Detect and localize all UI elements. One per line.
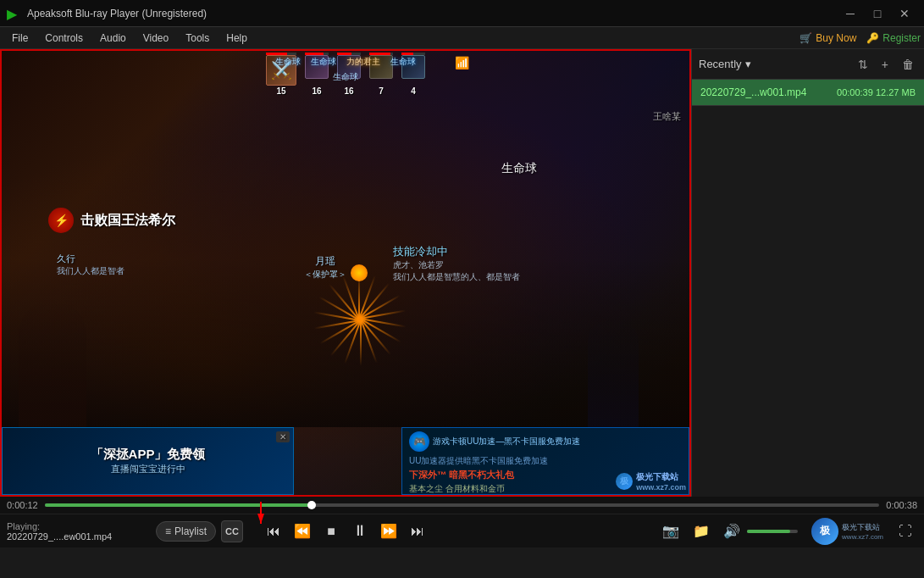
playlist-toggle-button[interactable]: ≡ Playlist — [156, 521, 216, 542]
transport-controls: ⏮ ⏪ ■ ⏸ ⏩ ⏭ — [260, 518, 431, 545]
playlist-item[interactable]: 20220729_...w001.mp4 00:00:39 12.27 MB — [692, 80, 924, 106]
menu-audio[interactable]: Audio — [91, 31, 135, 46]
lifeball-label: 生命球 — [501, 161, 537, 176]
hud-orbs: 生命球 生命球 力的君主 生命球 — [275, 56, 416, 68]
total-time: 0:00:38 — [886, 500, 917, 510]
screenshot-icon: 📷 — [662, 523, 679, 539]
menu-help[interactable]: Help — [218, 31, 256, 46]
fast-forward-button[interactable]: ⏩ — [375, 518, 402, 545]
video-content: ⚔️ 15 16 16 — [2, 51, 689, 495]
app-icon: ▶ — [7, 6, 22, 21]
main-area: ⚔️ 15 16 16 — [0, 49, 924, 497]
subtitle-button[interactable]: CC — [221, 520, 243, 542]
list-icon: ≡ — [165, 525, 171, 537]
window-controls: ─ □ ✕ — [838, 5, 917, 22]
volume-slider[interactable] — [747, 530, 798, 533]
title-text: Apeaksoft Blu-ray Player (Unregistered) — [27, 8, 838, 19]
playlist-item-duration: 00:00:39 12.27 MB — [837, 87, 916, 97]
register-button[interactable]: 🔑 Register — [866, 32, 921, 44]
defeat-text: ⚡ 击败国王法希尔 — [48, 208, 175, 233]
level-15: 15 — [276, 86, 285, 96]
right-controls: 📷 📁 🔊 极 极光下载站 www.xz7.com ⛶ — [659, 518, 917, 545]
add-button[interactable]: + — [878, 56, 892, 73]
close-button[interactable]: ✕ — [892, 5, 917, 22]
playlist-dropdown[interactable]: Recently ▾ — [699, 58, 751, 70]
open-folder-button[interactable]: 📁 — [689, 520, 713, 543]
top-right-label: 王啥某 — [653, 110, 681, 123]
menu-bar: File Controls Audio Video Tools Help 🛒 B… — [0, 27, 924, 49]
volume-icon: 🔊 — [723, 523, 740, 539]
menu-bar-actions: 🛒 Buy Now 🔑 Register — [800, 32, 921, 44]
ad-banner-left: 「深拯APP」免费领 直播闯宝宝进行中 ✕ — [2, 427, 294, 495]
key-icon: 🔑 — [866, 32, 879, 44]
cart-icon: 🛒 — [800, 32, 812, 44]
level-16b: 16 — [344, 86, 353, 96]
seek-progress — [45, 503, 312, 507]
next-track-icon: ⏭ — [411, 524, 424, 539]
rewind-button[interactable]: ⏪ — [289, 518, 316, 545]
chevron-down-icon: ▾ — [745, 58, 751, 70]
menu-file[interactable]: File — [3, 31, 36, 46]
yue-yao-label: 月瑶 ＜保护罩＞ — [304, 254, 346, 281]
volume-button[interactable]: 🔊 — [720, 520, 744, 543]
menu-controls[interactable]: Controls — [36, 31, 91, 46]
annotation-arrow — [252, 502, 269, 527]
minimize-button[interactable]: ─ — [838, 5, 863, 22]
level-16a: 16 — [312, 86, 321, 96]
level-7: 7 — [379, 86, 384, 96]
fullscreen-icon: ⛶ — [899, 524, 912, 539]
playlist-container: 20220729_...w001.mp4 00:00:39 12.27 MB — [692, 80, 924, 106]
play-pause-button[interactable]: ⏸ — [346, 518, 373, 545]
current-time: 0:00:12 — [7, 500, 38, 510]
subtitle-icon: CC — [225, 526, 239, 536]
pause-icon: ⏸ — [352, 522, 368, 540]
playlist-item-name: 20220729_...w001.mp4 — [700, 86, 830, 98]
next-track-button[interactable]: ⏭ — [404, 518, 431, 545]
seek-track[interactable] — [45, 503, 880, 507]
jiu-xing-label: 久行 我们人人都是智者 — [57, 253, 124, 277]
seek-bar-area: 0:00:12 0:00:38 — [0, 497, 924, 514]
volume-fill — [747, 530, 790, 533]
sort-button[interactable]: ⇅ — [855, 56, 871, 73]
skill-cooldown: 技能冷却中 虎才、池若罗 我们人人都是智慧的人、都是智者 — [393, 244, 520, 283]
menu-tools[interactable]: Tools — [177, 31, 218, 46]
rewind-icon: ⏪ — [294, 523, 311, 539]
buy-now-button[interactable]: 🛒 Buy Now — [800, 32, 856, 44]
seek-thumb[interactable] — [307, 501, 316, 509]
video-area[interactable]: ⚔️ 15 16 16 — [0, 49, 691, 497]
volume-control: 🔊 — [720, 520, 798, 543]
watermark: 极 极光下载站 www.xz7.com — [616, 471, 686, 492]
bottom-controls: Playing: 20220729_....ew001.mp4 ≡ Playli… — [0, 514, 924, 547]
title-bar: ▶ Apeaksoft Blu-ray Player (Unregistered… — [0, 0, 924, 27]
maximize-button[interactable]: □ — [865, 5, 890, 22]
delete-button[interactable]: 🗑 — [899, 56, 917, 73]
level-4: 4 — [411, 86, 416, 96]
folder-icon: 📁 — [693, 523, 710, 539]
stop-icon: ■ — [327, 524, 335, 539]
playing-info: Playing: 20220729_....ew001.mp4 — [7, 521, 151, 542]
screenshot-button[interactable]: 📷 — [659, 520, 683, 543]
menu-video[interactable]: Video — [135, 31, 177, 46]
panel-header: Recently ▾ ⇅ + 🗑 — [692, 49, 924, 80]
fast-forward-icon: ⏩ — [380, 523, 397, 539]
stop-button[interactable]: ■ — [318, 518, 345, 545]
panel-header-right: ⇅ + 🗑 — [855, 56, 917, 73]
fullscreen-button[interactable]: ⛶ — [894, 520, 917, 543]
right-panel: Recently ▾ ⇅ + 🗑 20220729_...w001.mp4 00… — [691, 49, 924, 497]
wifi-icon: 📶 — [455, 56, 469, 69]
bottom-watermark: 极 极光下载站 www.xz7.com — [811, 518, 883, 545]
